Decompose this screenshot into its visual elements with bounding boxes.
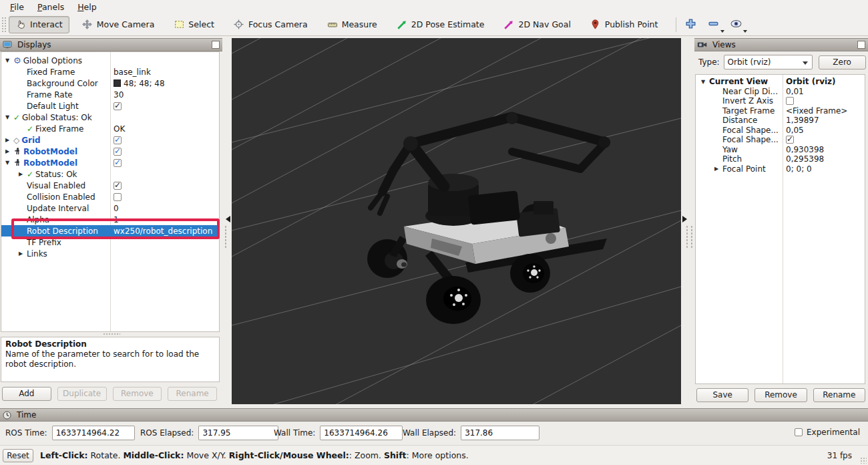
wall-time-input[interactable] <box>320 426 403 440</box>
tree-row-collision-enabled[interactable]: Collision Enabled <box>1 191 219 202</box>
views-splitter[interactable] <box>690 38 694 404</box>
views-float-toggle[interactable] <box>857 41 865 49</box>
tree-row-robot-description[interactable]: Robot Descriptionwx250/robot_description <box>1 225 219 237</box>
chevron-down-icon[interactable] <box>743 30 747 33</box>
expander-icon[interactable]: ▶ <box>17 171 27 177</box>
expander-icon[interactable]: ▼ <box>4 160 13 166</box>
checkbox[interactable] <box>786 97 794 105</box>
right-splitter[interactable] <box>681 38 690 404</box>
checkbox[interactable] <box>114 102 122 110</box>
displays-panel-header[interactable]: Displays <box>0 38 222 51</box>
save-button[interactable]: Save <box>696 388 748 402</box>
expander-icon[interactable]: ▼ <box>700 79 709 85</box>
chevron-down-icon[interactable] <box>720 30 724 33</box>
tree-row-focal-shape-[interactable]: Focal Shape...0,05 <box>696 126 865 136</box>
toolbar-grip[interactable] <box>1 17 6 33</box>
tree-row-near-clip-di-[interactable]: Near Clip Di...0,01 <box>696 87 865 97</box>
property-name: Status: Ok <box>35 170 77 179</box>
time-panel-title: Time <box>17 410 36 420</box>
expander-icon[interactable]: ▶ <box>17 251 27 257</box>
tree-row-frame-rate[interactable]: Frame Rate30 <box>1 89 219 100</box>
tree-row-focal-point[interactable]: ▶Focal Point0; 0; 0 <box>696 164 865 174</box>
tree-row-status-ok[interactable]: ▶✓Status: Ok <box>1 168 219 180</box>
time-panel-header[interactable]: Time <box>0 408 868 422</box>
expander-icon[interactable]: ▶ <box>4 137 13 143</box>
tree-row-yaw[interactable]: Yaw0,930398 <box>696 145 865 155</box>
help-splitter-grip[interactable] <box>103 333 120 335</box>
tree-row-global-options[interactable]: ▼⚙Global Options <box>1 55 219 66</box>
rename-button[interactable]: Rename <box>813 388 865 402</box>
property-name-cell: Default Light <box>1 102 110 111</box>
property-name-cell: ▼✓Global Status: Ok <box>1 113 110 122</box>
plus-icon <box>685 18 696 31</box>
tree-row-alpha[interactable]: Alpha1 <box>1 214 219 225</box>
checkbox[interactable] <box>114 182 122 190</box>
zero-button[interactable]: Zero <box>819 55 866 69</box>
remove-button[interactable]: Remove <box>754 388 807 402</box>
tree-row-visual-enabled[interactable]: Visual Enabled <box>1 180 219 191</box>
tool-2d-nav-goal[interactable]: 2D Nav Goal <box>497 16 577 33</box>
tree-row-fixed-frame[interactable]: ✓Fixed FrameOK <box>1 123 219 134</box>
checkbox[interactable] <box>114 148 122 156</box>
tree-row-focal-shape-[interactable]: Focal Shape... <box>696 135 865 145</box>
menu-panels[interactable]: Panels <box>31 1 70 13</box>
tree-row-pitch[interactable]: Pitch0,295398 <box>696 154 865 164</box>
tree-row-robotmodel[interactable]: ▶RobotModel <box>1 146 219 157</box>
splitter-grip[interactable] <box>686 225 689 248</box>
tool-select[interactable]: Select <box>167 16 221 33</box>
checkbox[interactable] <box>114 193 122 201</box>
splitter-grip[interactable] <box>690 225 694 248</box>
property-name: Robot Description <box>27 226 98 236</box>
experimental-toggle[interactable]: Experimental <box>795 428 860 437</box>
tool-visibility-button[interactable] <box>727 16 744 33</box>
add-tool-button[interactable] <box>682 16 699 33</box>
tree-row-links[interactable]: ▶Links <box>1 248 219 259</box>
expander-icon[interactable]: ▶ <box>4 148 13 154</box>
tree-row-fixed-frame[interactable]: Fixed Framebase_link <box>1 66 219 78</box>
checkbox[interactable] <box>114 136 122 144</box>
tree-row-current-view[interactable]: ▼Current ViewOrbit (rviz) <box>696 77 865 87</box>
tree-row-robotmodel[interactable]: ▼RobotModel <box>1 157 219 168</box>
expander-icon[interactable]: ▶ <box>713 166 722 172</box>
tree-row-grid[interactable]: ▶◇Grid <box>1 134 219 146</box>
tree-row-distance[interactable]: Distance1,39897 <box>696 116 865 126</box>
views-panel-header[interactable]: Views <box>694 38 868 51</box>
checkbox[interactable] <box>786 136 794 144</box>
3d-viewport[interactable] <box>232 38 681 404</box>
tool-publish-point[interactable]: Publish Point <box>584 16 665 33</box>
left-splitter[interactable] <box>222 38 232 404</box>
tool-interact[interactable]: Interact <box>9 16 69 33</box>
splitter-grip[interactable] <box>224 225 228 248</box>
property-value-cell <box>783 136 865 144</box>
tree-row-invert-z-axis[interactable]: Invert Z Axis <box>696 96 865 106</box>
property-name: Focal Shape... <box>722 126 779 135</box>
tool-move-camera[interactable]: Move Camera <box>75 16 162 33</box>
view-type-dropdown[interactable]: Orbit (rviz) <box>724 55 813 69</box>
window-resize-grip[interactable] <box>860 457 867 464</box>
experimental-checkbox[interactable] <box>795 428 803 436</box>
ros-elapsed-input[interactable] <box>198 426 278 440</box>
tree-row-target-frame[interactable]: Target Frame<Fixed Frame> <box>696 106 865 116</box>
tree-row-update-interval[interactable]: Update Interval0 <box>1 202 219 214</box>
collapse-right-arrow-icon[interactable] <box>682 216 687 222</box>
tree-row-tf-prefix[interactable]: TF Prefix <box>1 237 219 248</box>
wall-elapsed-input[interactable] <box>461 426 539 440</box>
displays-float-toggle[interactable] <box>212 41 220 49</box>
menu-file[interactable]: File <box>4 1 30 13</box>
property-name-cell: Distance <box>696 116 783 125</box>
tree-row-background-color[interactable]: Background Color48; 48; 48 <box>1 78 219 89</box>
add-button[interactable]: Add <box>2 387 51 401</box>
expander-icon[interactable]: ▼ <box>4 57 13 63</box>
tool-measure[interactable]: Measure <box>320 16 384 33</box>
remove-tool-button[interactable] <box>704 16 722 33</box>
tree-row-global-status-ok[interactable]: ▼✓Global Status: Ok <box>1 112 219 123</box>
tool-2d-pose-estimate[interactable]: 2D Pose Estimate <box>390 16 491 33</box>
collapse-left-arrow-icon[interactable] <box>226 216 230 222</box>
tree-row-default-light[interactable]: Default Light <box>1 100 219 112</box>
menu-help[interactable]: Help <box>71 1 103 13</box>
ros-time-input[interactable] <box>52 426 135 440</box>
checkbox[interactable] <box>114 159 122 167</box>
tool-focus-camera[interactable]: Focus Camera <box>227 16 314 33</box>
reset-button[interactable]: Reset <box>3 449 33 462</box>
expander-icon[interactable]: ▼ <box>4 114 13 120</box>
